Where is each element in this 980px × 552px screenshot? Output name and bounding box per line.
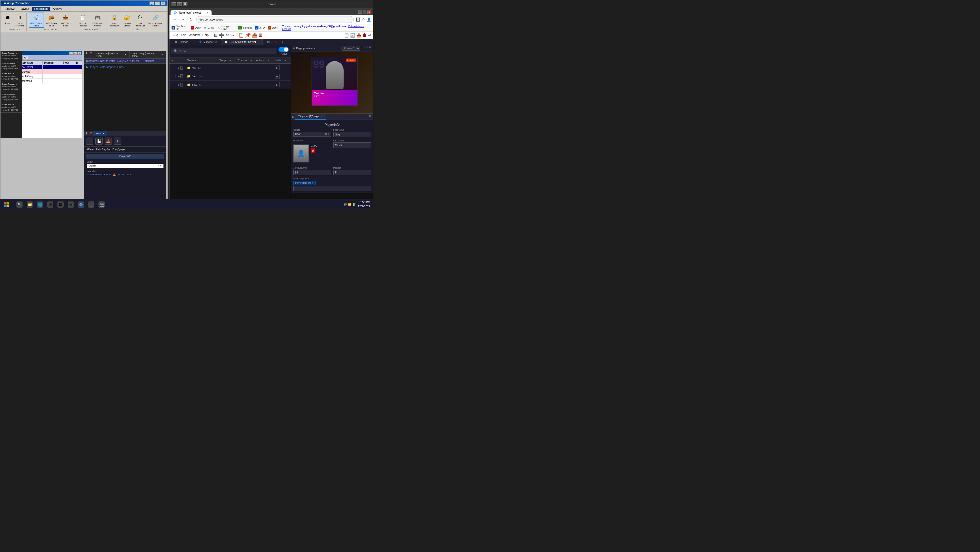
menu-production[interactable]: Production <box>32 7 50 11</box>
table-row[interactable]: ⋮⋮ ▶ 📁 Bas... (1) ▶ <box>170 81 291 89</box>
plus-icon[interactable]: + <box>361 46 363 51</box>
mos-story-send-button[interactable]: 📤 MOS Story Send <box>59 13 72 28</box>
row-media-cell[interactable]: ▶ <box>272 73 291 79</box>
row-checkbox[interactable] <box>180 83 183 86</box>
lock-timing-button[interactable]: ⏱ Lock Timing Bar <box>134 13 147 28</box>
active-toggle[interactable] <box>278 47 289 52</box>
list-item[interactable]: States-Russia-... ack home in US r swap … <box>0 71 22 81</box>
row-media-cell[interactable]: ▶ <box>272 65 291 70</box>
bookmark-bamboo-hr[interactable]: B Bamboo Hr <box>172 25 188 30</box>
table-row[interactable]: ⋮⋮ ▶ 📁 Ne... (2) ▶ <box>170 64 291 72</box>
select-dropdown[interactable]: Heat ✕ ▼ <box>293 132 331 137</box>
add-item-icon[interactable]: ➕ <box>219 32 224 38</box>
taskbar-edge[interactable]: 🔷 <box>76 200 86 209</box>
porta-tab[interactable]: Porta ✕ <box>93 131 107 136</box>
ter-tab[interactable]: Ter ... ✕ <box>263 39 280 45</box>
mos-ready-button[interactable]: 📻 MOS Ready To Air <box>45 13 59 28</box>
porta-move-btn[interactable]: ✦ <box>114 137 121 145</box>
cg-device-button[interactable]: 🎮 CG Device Control <box>90 13 105 28</box>
position-value[interactable]: F <box>333 170 371 175</box>
grig-close-icon[interactable]: ✕ <box>369 115 371 118</box>
enps-minimize-btn[interactable]: _ <box>69 51 73 55</box>
close-button[interactable]: ✕ <box>161 2 165 5</box>
porta-pin-btn[interactable]: 📌 <box>88 131 93 136</box>
jersey-value[interactable]: 99 <box>293 170 331 175</box>
add-panel-btn[interactable]: + <box>280 40 284 45</box>
expand-icon[interactable]: ▶ <box>178 75 180 78</box>
upload-file-button[interactable]: 📤 UPLOAD FILE <box>113 173 132 176</box>
lastname-value[interactable]: Mindlin <box>333 142 371 148</box>
list-item[interactable]: States-Russia-... ack home in US r swap … <box>0 92 22 102</box>
delete-icon[interactable]: 🗑 <box>258 32 263 38</box>
story-tab-new-player[interactable]: New Player [ENPS to Porta] ✕ <box>93 51 129 58</box>
refresh-button[interactable]: ↻ <box>188 16 194 22</box>
toolbar-icon-r2[interactable]: 🔄 <box>350 33 355 38</box>
porta-back-btn[interactable]: ← <box>86 137 93 145</box>
browser-maximize-btn[interactable]: □ <box>177 2 182 6</box>
row-checkbox[interactable] <box>180 66 183 70</box>
mos-control-active-button[interactable]: 📡 MOS Control Active <box>29 13 44 28</box>
forward-button[interactable]: → <box>180 16 186 22</box>
taskbar-photos[interactable]: 🖼 <box>56 200 65 209</box>
manager-tab[interactable]: 👤 Manager ✕ <box>196 39 220 45</box>
export-icon[interactable]: 📤 <box>252 32 258 38</box>
taskbar-store[interactable]: 🛍 <box>66 200 75 209</box>
search-input[interactable] <box>179 49 274 53</box>
toolbar-icon-r3[interactable]: 📥 <box>356 33 361 38</box>
firstname-value[interactable]: Grig <box>333 132 371 137</box>
grig-plus-icon[interactable]: + <box>364 115 366 118</box>
undo-icon[interactable]: ↩ <box>225 32 229 38</box>
record-button[interactable]: ⏺ Record <box>2 13 13 26</box>
expand-icon[interactable]: ⤡ <box>366 46 368 51</box>
tab-close-icon[interactable]: ✕ <box>207 11 208 14</box>
enps-maximize-btn[interactable]: □ <box>73 51 77 55</box>
menu-item-window[interactable]: Window <box>188 32 201 38</box>
porta-save-as-btn[interactable]: 📥 <box>105 137 112 145</box>
menu-archive[interactable]: Archive <box>51 7 64 11</box>
ter-tab-close[interactable]: ✕ <box>275 41 277 43</box>
bookmark-adp[interactable]: A ADP <box>191 26 201 30</box>
table-row[interactable]: ⋮⋮ ▶ 📁 Ste... (1) ▶ <box>170 72 291 81</box>
bookmark-gmail[interactable]: ✉ Gmail <box>203 26 214 30</box>
minus-icon[interactable]: – <box>364 46 365 51</box>
browser-close-btn[interactable]: ✕ <box>183 2 188 6</box>
th-actions[interactable]: Actions... ≡ <box>254 59 272 62</box>
bookmark-icon[interactable]: ☆ <box>362 18 365 22</box>
browser-minimize-btn[interactable]: _ <box>172 2 176 6</box>
minimize-button[interactable]: _ <box>150 2 154 5</box>
menu-layout[interactable]: Layout <box>19 7 31 11</box>
manager-tab-close[interactable]: ✕ <box>215 41 217 43</box>
preview-dropdown[interactable]: PreviewE <box>342 46 360 51</box>
th-channel[interactable]: Channel... ≡ <box>236 59 255 62</box>
taskbar-chrome[interactable]: 🌐 <box>35 200 45 209</box>
win-close-btn[interactable]: ✕ <box>368 11 371 14</box>
taskbar-explorer[interactable]: 📁 <box>25 200 34 209</box>
play-button[interactable]: ▶ <box>275 82 280 87</box>
play-seq-tag-close[interactable]: ✕ <box>312 182 314 184</box>
th-media[interactable]: Media... ≡ <box>272 59 291 62</box>
enps-subtab4[interactable]: ⚙ <box>22 56 28 60</box>
taskbar-camera[interactable]: 📷 <box>97 200 106 209</box>
taskbar-terminal[interactable]: ⬛ <box>87 200 96 209</box>
menu-rundown[interactable]: Rundown <box>2 7 18 11</box>
play-button[interactable]: ▶ <box>275 65 280 70</box>
extensions-icon[interactable]: 🔲 <box>356 18 360 22</box>
expand-icon[interactable]: ▶ <box>178 67 180 69</box>
story-pin-btn[interactable]: 📌 <box>88 51 93 58</box>
play-button[interactable]: ▶ <box>275 73 280 79</box>
play-seq-input[interactable] <box>293 186 371 191</box>
taskbar-mail[interactable]: ✉ <box>46 200 55 209</box>
preview-window-close[interactable]: ✕ <box>369 46 371 51</box>
bookmark-bamboo[interactable]: 🌿 Bamboo <box>238 26 252 30</box>
bookmark-adp2[interactable]: A ADP <box>268 26 278 30</box>
start-button[interactable] <box>0 199 13 210</box>
list-item[interactable]: States-Russia-... ack home in US r swap … <box>0 51 22 61</box>
menu-item-edit[interactable]: Edit <box>180 32 188 38</box>
lock-all-stories-button[interactable]: 🔐 Lock All Stories <box>121 13 133 28</box>
story-nav-btn[interactable]: ◀ <box>84 51 88 58</box>
menu-item-file[interactable]: File <box>172 32 180 38</box>
paste-icon[interactable]: 📌 <box>245 32 251 38</box>
playlist-tab-close[interactable]: ✕ <box>258 41 259 43</box>
taskbar-search[interactable]: 🔍 <box>15 200 24 209</box>
headshot-delete-button[interactable]: 🗑 <box>311 148 315 153</box>
